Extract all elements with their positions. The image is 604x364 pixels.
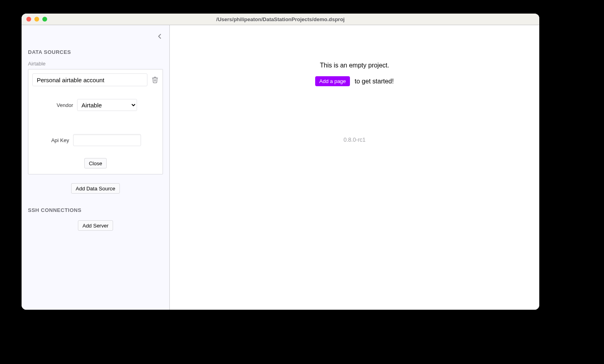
close-window-button[interactable]: [26, 17, 31, 22]
main-content: This is an empty project. Add a page to …: [170, 25, 539, 310]
window-title: /Users/philipeaton/DataStationProjects/d…: [22, 16, 539, 22]
ssh-connections-heading: SSH CONNECTIONS: [28, 207, 163, 213]
minimize-window-button[interactable]: [34, 17, 39, 22]
data-source-panel: Vendor Airtable Api Key Close: [28, 69, 163, 174]
chevron-left-icon: [158, 34, 162, 39]
traffic-lights: [22, 17, 47, 22]
sidebar: DATA SOURCES Airtable: [22, 25, 170, 310]
vendor-label: Vendor: [54, 102, 73, 108]
empty-state-text-2: to get started!: [355, 78, 394, 85]
vendor-select[interactable]: Airtable: [77, 99, 137, 111]
app-version: 0.8.0-rc1: [170, 136, 539, 143]
delete-data-source-button[interactable]: [151, 76, 159, 83]
data-source-type-label: Airtable: [28, 61, 163, 67]
empty-state: This is an empty project. Add a page to …: [170, 62, 539, 86]
add-data-source-button[interactable]: Add Data Source: [71, 183, 119, 194]
api-key-label: Api Key: [50, 137, 69, 143]
empty-state-text-1: This is an empty project.: [170, 62, 539, 69]
window-titlebar: /Users/philipeaton/DataStationProjects/d…: [22, 14, 539, 25]
trash-icon: [151, 76, 159, 83]
add-server-button[interactable]: Add Server: [78, 220, 113, 231]
add-page-button[interactable]: Add a page: [315, 76, 350, 86]
data-sources-heading: DATA SOURCES: [28, 49, 163, 55]
data-source-name-input[interactable]: [32, 73, 147, 86]
zoom-window-button[interactable]: [42, 17, 47, 22]
api-key-input[interactable]: [73, 134, 141, 146]
close-panel-button[interactable]: Close: [84, 158, 106, 168]
collapse-sidebar-button[interactable]: [156, 32, 164, 40]
app-window: /Users/philipeaton/DataStationProjects/d…: [22, 14, 539, 310]
